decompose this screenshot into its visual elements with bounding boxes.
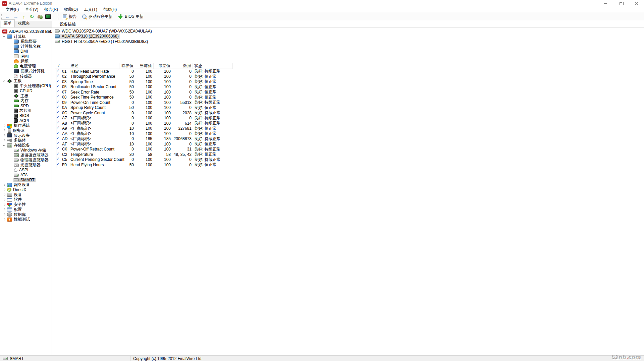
table-row[interactable]: C5Current Pending Sector Count01001000良好… [55,157,233,162]
menu-item-报[interactable]: 报告(R) [41,6,61,13]
sidebar-tab[interactable]: 菜单 [1,19,15,27]
tree-item[interactable]: Windows 存储 [0,148,52,153]
menu-item-查[interactable]: 查看(V) [22,6,41,13]
table-row[interactable]: C2Temperature30585848, 35, 42良好: 值正常 [55,152,233,157]
tree-item[interactable]: SMART [0,178,52,183]
tree-item[interactable]: 电源管理 [0,64,52,69]
chevron-collapsed-icon[interactable] [2,198,7,202]
tree-item[interactable]: 软件 [0,197,52,202]
column-header[interactable]: 临界值 [119,63,135,69]
chevron-expanded-icon[interactable] [2,143,7,147]
tree-item[interactable]: DMI [0,49,52,54]
sidebar-tab[interactable]: 收藏夹 [15,19,33,27]
device-row[interactable]: WDC WD20SPZX-08UA7 (WD-WXG2EA04ULAA) [52,28,644,34]
column-header[interactable]: 状态 [193,63,233,69]
tree-item[interactable]: 多媒体 [0,138,52,143]
menu-item-帮[interactable]: 帮助(H) [100,6,120,13]
up-button[interactable]: ↑ [20,13,28,20]
tree-item[interactable]: 芯片组 [0,108,52,113]
chevron-expanded-icon[interactable] [2,79,7,83]
chevron-expanded-icon[interactable] [2,35,7,39]
tree-item[interactable]: 操作系统 [0,123,52,128]
table-row[interactable]: 03Spinup Time501001000良好: 值正常 [55,79,233,84]
table-row[interactable]: 09Power-On Time Count010010055313良好: 持续正… [55,100,233,105]
tree-item[interactable]: IPMI [0,54,52,59]
forward-button[interactable]: → [12,13,19,20]
tree-item[interactable]: 光盘驱动器 [0,163,52,168]
table-row[interactable]: 02Throughput Performance501001000良好: 值正常 [55,74,233,79]
tree-item[interactable]: 设备 [0,192,52,197]
close-button[interactable] [629,0,644,7]
table-row[interactable]: 0CPower Cycle Count01001002028良好: 持续正常 [55,110,233,115]
tree-item[interactable]: 便携式计算机 [0,69,52,74]
tree-item[interactable]: 主板 [0,94,52,99]
tree-item[interactable]: 网络设备 [0,182,52,187]
bios-update-button[interactable]: BIOS 更新 [115,13,146,20]
tree-item[interactable]: 存储设备 [0,143,52,148]
sort-column-header[interactable]: / [55,63,69,69]
tree-item[interactable]: SPD [0,103,52,108]
tree-item[interactable]: DirectX [0,187,52,192]
chevron-collapsed-icon[interactable] [2,128,7,132]
chevron-collapsed-icon[interactable] [2,218,7,222]
device-row[interactable]: HGST HTS725050A7E630 (TF0501WJ3B6D8Z) [52,39,644,44]
tree-item[interactable]: 性能测试 [0,217,52,222]
table-row[interactable]: A8<厂商标识>0100100614良好: 持续正常 [55,120,233,126]
table-row[interactable]: A7<厂商标识>01001000良好: 持续正常 [55,115,233,121]
menu-item-收[interactable]: 收藏(O) [61,6,81,13]
tree-item[interactable]: 数据库 [0,212,52,217]
column-header[interactable]: 最差值 [154,63,172,69]
tree-item[interactable]: 系统摘要 [0,39,52,44]
tree-item[interactable]: 超频 [0,59,52,64]
tree-item[interactable]: ASPI [0,168,52,173]
tree-item[interactable]: 计算机 [0,34,52,39]
tree-item[interactable]: BIOS [0,113,52,118]
tree-item[interactable]: 中央处理器(CPU) [0,83,52,88]
menu-item-文[interactable]: 文件(F) [3,6,22,13]
tree-item[interactable]: CPUID [0,88,52,94]
users-button[interactable] [36,13,44,20]
tree-item[interactable]: 内存 [0,99,52,104]
table-row[interactable]: AF<厂商标识>101001000良好: 值正常 [55,141,233,146]
table-row[interactable]: 07Seek Error Rate501001000良好: 值正常 [55,89,233,95]
chevron-collapsed-icon[interactable] [2,138,7,142]
column-header[interactable]: 描述 [69,63,119,69]
chevron-collapsed-icon[interactable] [2,183,7,187]
monitor-button[interactable] [44,13,52,20]
chevron-collapsed-icon[interactable] [2,133,7,137]
report-button[interactable]: 报告 [60,13,79,20]
tree-item[interactable]: 配置 [0,207,52,212]
tree-item[interactable]: 物理磁盘驱动器 [0,158,52,163]
minimize-button[interactable] [598,0,613,7]
chevron-collapsed-icon[interactable] [2,193,7,197]
menu-item-工[interactable]: 工具(T) [81,6,100,13]
device-row[interactable]: ADATA SP310 (2E3920006368) [52,34,644,39]
tree-item[interactable]: 显示设备 [0,133,52,138]
chevron-collapsed-icon[interactable] [2,213,7,217]
driver-update-button[interactable]: 驱动程序更新 [79,13,115,20]
tree-item[interactable]: 传感器 [0,74,52,79]
column-header[interactable]: 当前值 [135,63,154,69]
restore-button[interactable] [613,0,629,7]
tree-item[interactable]: 计算机名称 [0,44,52,49]
table-row[interactable]: C0Power-Off Retract Count010010031良好: 持续… [55,146,233,152]
table-row[interactable]: AA<厂商标识>101001000良好: 值正常 [55,131,233,136]
table-row[interactable]: F0Head Flying Hours501001000良好: 值正常 [55,162,233,167]
tree-item[interactable]: 安全性 [0,202,52,207]
table-row[interactable]: 05Reallocated Sector Count501001000良好: 值… [55,84,233,89]
back-button[interactable]: ← [4,13,11,20]
table-row[interactable]: 08Seek Time Performance501001000良好: 值正常 [55,95,233,100]
table-row[interactable]: A9<厂商标识>10100100327681良好: 值正常 [55,126,233,131]
tree-item[interactable]: 服务器 [0,128,52,133]
chevron-collapsed-icon[interactable] [2,203,7,207]
table-row[interactable]: 01Raw Read Error Rate01001000良好: 持续正常 [55,68,233,74]
refresh-button[interactable]: ↻ [28,13,36,20]
chevron-collapsed-icon[interactable] [2,188,7,192]
tree-item[interactable]: AIDA64 v2.30.1938 Beta [0,29,52,34]
table-row[interactable]: 0ASpinup Retry Count501001000良好: 值正常 [55,105,233,110]
tree-item[interactable]: ACPI [0,118,52,123]
tree-item[interactable]: 逻辑磁盘驱动器 [0,153,52,158]
tree-item[interactable]: ATA [0,173,52,178]
table-row[interactable]: AD<厂商标识>018518523068873良好: 持续正常 [55,136,233,141]
column-header[interactable]: 数据 [172,63,193,69]
